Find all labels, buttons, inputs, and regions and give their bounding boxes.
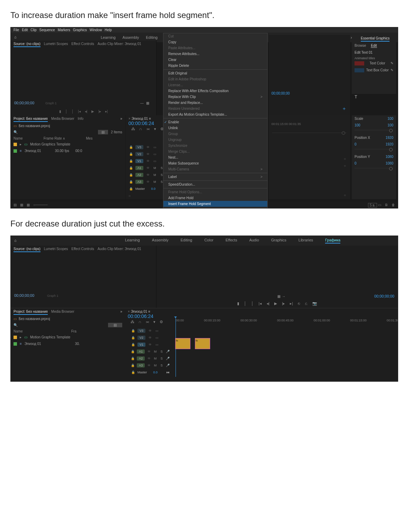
target-icon[interactable]: [152, 145, 157, 149]
tab-info[interactable]: Info: [78, 117, 84, 122]
menu-edit[interactable]: Edit: [22, 28, 28, 32]
eye-icon[interactable]: [147, 336, 152, 339]
timeline-zoom-out-icon[interactable]: ○: [128, 194, 131, 198]
settings-icon[interactable]: ▦: [277, 294, 280, 298]
ctx-speed-duration[interactable]: Speed/Duration...: [163, 181, 267, 187]
eye-icon[interactable]: [147, 343, 152, 346]
nest-icon[interactable]: ⁂: [131, 127, 135, 131]
eye-icon[interactable]: [145, 152, 150, 156]
ws-editing[interactable]: Editing: [146, 35, 158, 39]
solo-icon[interactable]: M: [152, 166, 157, 170]
tab-edit[interactable]: Edit: [371, 44, 377, 48]
ctx-copy[interactable]: Copy: [163, 39, 267, 45]
mark-out-icon[interactable]: │: [244, 301, 247, 306]
ws-graphics-ru[interactable]: Графика: [325, 238, 340, 243]
lock-icon[interactable]: [131, 343, 135, 346]
solo-icon[interactable]: M: [153, 357, 157, 360]
slider-knob[interactable]: [389, 167, 393, 170]
posy-slider[interactable]: [355, 168, 393, 171]
mute-icon[interactable]: [145, 180, 150, 184]
text-box-color-swatch[interactable]: [355, 68, 364, 72]
col-media-start[interactable]: Mes: [86, 136, 92, 140]
voice-icon[interactable]: 🎤: [166, 350, 170, 353]
mute-icon[interactable]: [145, 173, 150, 177]
tab-lumetri-scopes[interactable]: Lumetri Scopes: [44, 42, 68, 47]
sequence-name[interactable]: Эпизод 01: [132, 117, 148, 121]
ws-editing[interactable]: Editing: [181, 238, 192, 243]
solo-icon[interactable]: M: [152, 180, 157, 184]
tab-project[interactable]: Project: Без названия: [14, 117, 48, 122]
eye-icon[interactable]: [147, 329, 152, 332]
ctx-nest[interactable]: Nest...: [163, 154, 267, 160]
tab-media-browser[interactable]: Media Browser: [51, 310, 74, 315]
add-marker-icon[interactable]: ＋: [342, 106, 347, 112]
track-master[interactable]: Master0.0⏭: [128, 369, 173, 376]
new-item-icon[interactable]: 🗎: [385, 203, 388, 207]
ws-libraries[interactable]: Libraries: [298, 238, 313, 243]
mark-out-icon[interactable]: │: [65, 109, 68, 113]
stop-icon[interactable]: ◂|: [267, 301, 270, 306]
dash-icon[interactable]: →: [282, 294, 285, 298]
lift-icon[interactable]: ⎋: [298, 301, 300, 306]
lock-icon[interactable]: [128, 173, 133, 177]
lock-icon[interactable]: [128, 166, 133, 170]
col-fra[interactable]: Fra: [71, 329, 77, 333]
ctx-license[interactable]: License...: [163, 82, 267, 88]
tab-lumetri-scopes[interactable]: Lumetri Scopes: [44, 247, 68, 252]
ws-assembly[interactable]: Assembly: [123, 35, 139, 39]
tab-audio-clip-mixer[interactable]: Audio Clip Mixer: Эпизод 01: [98, 247, 141, 252]
project-row-2[interactable]: ≡ Эпизод 01 30.00 fps 00:0: [11, 148, 125, 154]
zoom-reset-icon[interactable]: ○: [344, 193, 346, 197]
track-a2[interactable]: A2MS🎤: [128, 355, 173, 362]
snap-icon[interactable]: ∩: [138, 320, 141, 324]
sequence-name[interactable]: Эпизод 01: [131, 310, 147, 313]
master-value[interactable]: 0.0: [153, 371, 158, 374]
ws-effects[interactable]: Effects: [225, 238, 237, 243]
lock-icon[interactable]: [131, 357, 135, 360]
ctx-replace-ae[interactable]: Replace With After Effects Composition: [163, 88, 267, 94]
target-icon[interactable]: [152, 152, 157, 156]
home-icon[interactable]: ⌂: [14, 238, 19, 243]
project-row-2[interactable]: ≡ Эпизод 01 30.: [11, 340, 125, 347]
solo-icon[interactable]: M: [152, 173, 157, 177]
ctx-ripple-delete[interactable]: Ripple Delete: [163, 63, 267, 69]
scale-value[interactable]: 100: [355, 123, 360, 127]
slider-knob[interactable]: [389, 148, 393, 151]
ctx-field-options[interactable]: Field Options...: [163, 207, 267, 209]
master-value[interactable]: 0.0: [151, 187, 156, 190]
posy-value[interactable]: 0: [355, 161, 357, 165]
menu-markers[interactable]: Markers: [58, 28, 70, 32]
mark-in-icon[interactable]: ▮: [237, 301, 239, 306]
timeline-clip-a[interactable]: fx: [175, 338, 190, 349]
search-icon[interactable]: 🔍: [14, 323, 18, 327]
target-icon[interactable]: [154, 336, 159, 339]
go-in-icon[interactable]: │: [72, 109, 74, 113]
source-timecode[interactable]: 00;00;00;00: [14, 101, 34, 105]
project-row-1[interactable]: ▸ ▭ Motion Graphics Template: [11, 334, 125, 340]
linked-sel-icon[interactable]: ⫘: [145, 320, 149, 324]
play-icon[interactable]: ▶: [274, 301, 277, 306]
ws-audio[interactable]: Audio: [249, 238, 259, 243]
ctx-ungroup[interactable]: Ungroup: [163, 137, 267, 143]
zoom-reset-icon[interactable]: ○: [344, 164, 346, 168]
nest-icon[interactable]: ⁂: [131, 320, 134, 324]
marker-icon[interactable]: ▾: [154, 127, 156, 131]
col-name[interactable]: Name: [14, 329, 23, 333]
marker-icon[interactable]: ▾: [153, 320, 155, 324]
tab-media-browser[interactable]: Media Browser: [51, 117, 74, 122]
ctx-render-replace[interactable]: Render and Replace...: [163, 100, 267, 106]
eyedropper-icon[interactable]: ✎: [391, 61, 393, 65]
ctx-clear[interactable]: Clear: [163, 57, 267, 63]
tab-effect-controls[interactable]: Effect Controls: [71, 42, 94, 47]
menu-window[interactable]: Window: [90, 28, 102, 32]
ctx-frame-hold-options[interactable]: Frame Hold Options...: [163, 189, 267, 195]
ctx-insert-frame-hold-segment[interactable]: Insert Frame Hold Segment: [163, 201, 267, 207]
tab-audio-clip-mixer[interactable]: Audio Clip Mixer: Эпизод 01: [98, 42, 141, 47]
tab-project[interactable]: Project: Без названия: [14, 310, 48, 315]
voice-icon[interactable]: 🎤: [166, 364, 170, 367]
search-icon[interactable]: 🔍: [14, 130, 18, 134]
delete-icon[interactable]: 🗑: [392, 203, 395, 207]
knob-icon[interactable]: [342, 131, 345, 135]
project-row-1[interactable]: ▸ ▭ Motion Graphics Template: [11, 141, 125, 148]
menu-graphics[interactable]: Graphics: [73, 28, 87, 32]
